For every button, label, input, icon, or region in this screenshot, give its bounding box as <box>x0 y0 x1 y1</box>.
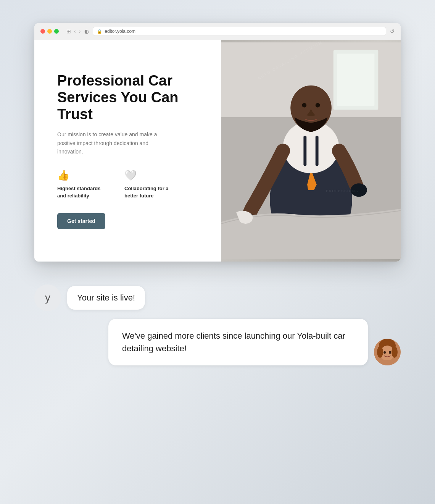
close-button[interactable] <box>40 29 45 34</box>
user-avatar-image <box>374 339 401 365</box>
svg-text:PROFESSIONAL: PROFESSIONAL <box>326 189 361 193</box>
hero-title: Professional Car Services You Can Trust <box>57 73 202 123</box>
lock-icon: 🔒 <box>97 29 102 34</box>
feature-label-standards: Highest standards and reliability <box>57 185 111 199</box>
reload-button[interactable]: ↺ <box>390 28 395 34</box>
chat-section: y Your site is live! We've gained more c… <box>34 277 401 373</box>
mechanic-illustration: AUTO DETAILING PREMIUM PROFESSIONAL <box>221 40 401 262</box>
forward-button[interactable]: › <box>79 28 81 34</box>
svg-point-18 <box>377 346 383 358</box>
maximize-button[interactable] <box>54 29 59 34</box>
features-row: 👍 Highest standards and reliability 🤍 Co… <box>57 170 202 199</box>
chat-bubble-user: We've gained more clients since launchin… <box>108 319 368 365</box>
chat-bubble-yola: Your site is live! <box>67 286 145 310</box>
get-started-button[interactable]: Get started <box>57 213 105 229</box>
user-avatar <box>374 339 401 365</box>
back-button[interactable]: ‹ <box>74 28 76 34</box>
hero-image-panel: AUTO DETAILING PREMIUM PROFESSIONAL <box>221 40 401 262</box>
heart-icon: 🤍 <box>124 170 178 181</box>
svg-point-8 <box>316 103 320 108</box>
feature-label-collaboration: Collaborating for a better future <box>124 185 178 199</box>
yola-avatar: y <box>34 284 61 311</box>
svg-rect-12 <box>316 136 319 166</box>
chat-row-user: We've gained more clients since launchin… <box>34 319 401 365</box>
svg-rect-11 <box>303 136 306 166</box>
hero-image: AUTO DETAILING PREMIUM PROFESSIONAL <box>221 40 401 262</box>
thumbs-up-icon: 👍 <box>57 170 111 181</box>
hero-left-panel: Professional Car Services You Can Trust … <box>34 40 221 262</box>
svg-rect-3 <box>337 53 375 106</box>
sidebar-toggle-icon[interactable]: ⊞ <box>66 28 71 34</box>
svg-point-7 <box>302 103 307 108</box>
browser-window: ⊞ ‹ › ◐ 🔒 editor.yola.com ↺ Professional… <box>34 23 401 262</box>
privacy-icon: ◐ <box>84 28 89 34</box>
browser-controls: ⊞ ‹ › <box>66 28 81 34</box>
address-bar[interactable]: 🔒 editor.yola.com <box>93 27 386 36</box>
svg-point-23 <box>389 351 391 354</box>
yola-avatar-letter: y <box>45 292 50 304</box>
hero-description: Our mission is to create value and make … <box>57 130 172 156</box>
traffic-lights <box>40 29 59 34</box>
browser-toolbar: ⊞ ‹ › ◐ 🔒 editor.yola.com ↺ <box>34 23 401 40</box>
minimize-button[interactable] <box>47 29 52 34</box>
chat-row-yola: y Your site is live! <box>34 284 401 311</box>
svg-point-19 <box>392 346 398 358</box>
url-text: editor.yola.com <box>105 29 135 34</box>
feature-item-collaboration: 🤍 Collaborating for a better future <box>124 170 178 199</box>
hero-section: Professional Car Services You Can Trust … <box>34 40 401 262</box>
svg-point-22 <box>383 351 386 354</box>
feature-item-standards: 👍 Highest standards and reliability <box>57 170 111 199</box>
